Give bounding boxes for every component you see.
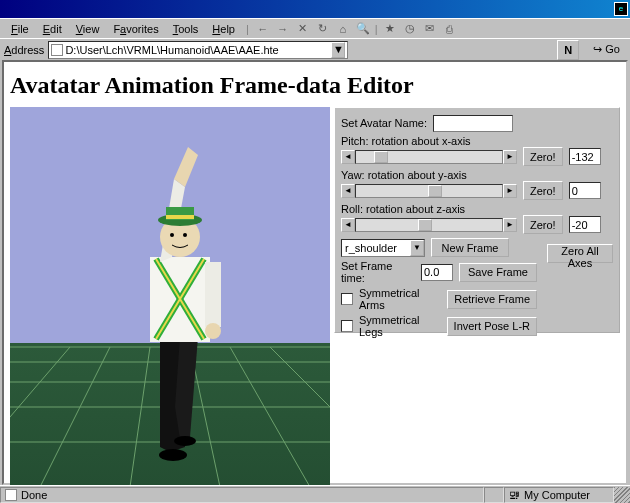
roll-zero-button[interactable]: Zero! xyxy=(523,215,563,234)
yaw-inc[interactable]: ► xyxy=(503,184,517,198)
roll-dec[interactable]: ◄ xyxy=(341,218,355,232)
pitch-zero-button[interactable]: Zero! xyxy=(523,147,563,166)
roll-inc[interactable]: ► xyxy=(503,218,517,232)
nav-mail-button[interactable]: ✉ xyxy=(420,20,440,38)
status-zone: 🖳 My Computer xyxy=(504,487,614,503)
joint-selected-value: r_shoulder xyxy=(342,242,410,254)
new-frame-button[interactable]: New Frame xyxy=(431,238,509,257)
invert-pose-button[interactable]: Invert Pose L-R xyxy=(447,317,537,336)
svg-line-7 xyxy=(40,347,110,487)
nav-favorites-button[interactable]: ★ xyxy=(380,20,400,38)
nav-home-button[interactable]: ⌂ xyxy=(333,20,353,38)
resize-grip[interactable] xyxy=(614,487,630,503)
roll-value-input[interactable] xyxy=(569,216,601,233)
yaw-dec[interactable]: ◄ xyxy=(341,184,355,198)
nav-stop-button[interactable]: ✕ xyxy=(293,20,313,38)
yaw-value-input[interactable] xyxy=(569,182,601,199)
roll-label: Roll: rotation about z-axis xyxy=(341,203,613,215)
svg-point-26 xyxy=(170,233,174,237)
svg-line-10 xyxy=(230,347,310,487)
nav-search-button[interactable]: 🔍 xyxy=(353,20,373,38)
sym-arms-label: Symmetrical Arms xyxy=(359,287,441,311)
nav-back-button[interactable]: ← xyxy=(253,20,273,38)
pitch-label: Pitch: rotation about x-axis xyxy=(341,135,613,147)
svg-point-15 xyxy=(174,436,196,446)
svg-point-27 xyxy=(183,233,187,237)
nav-refresh-button[interactable]: ↻ xyxy=(313,20,333,38)
svg-rect-30 xyxy=(166,215,194,219)
address-input[interactable] xyxy=(65,43,331,57)
menu-view[interactable]: View xyxy=(69,21,107,37)
menu-bar: File Edit View Favorites Tools Help | ← … xyxy=(0,18,630,38)
yaw-zero-button[interactable]: Zero! xyxy=(523,181,563,200)
yaw-label: Yaw: rotation about y-axis xyxy=(341,169,613,181)
computer-icon: 🖳 xyxy=(509,489,520,501)
avatar-name-input[interactable] xyxy=(433,115,513,132)
go-button[interactable]: ↪ Go xyxy=(587,41,626,58)
page-icon xyxy=(5,489,17,501)
svg-line-6 xyxy=(10,347,70,487)
status-bar: Done 🖳 My Computer xyxy=(0,485,630,503)
address-bar: Address ▼ N ↪ Go xyxy=(0,38,630,60)
menu-edit[interactable]: Edit xyxy=(36,21,69,37)
nav-history-button[interactable]: ◷ xyxy=(400,20,420,38)
svg-rect-21 xyxy=(205,262,221,327)
joint-select[interactable]: r_shoulder ▼ xyxy=(341,239,425,257)
svg-point-22 xyxy=(205,323,221,339)
joint-dropdown-arrow[interactable]: ▼ xyxy=(410,240,424,256)
address-dropdown[interactable]: ▼ xyxy=(331,42,345,58)
svg-line-8 xyxy=(130,347,150,487)
page-content: Avatatar Animation Frame-data Editor xyxy=(2,60,628,485)
frame-time-input[interactable] xyxy=(421,264,453,281)
norton-button[interactable]: N xyxy=(557,40,579,60)
menu-favorites[interactable]: Favorites xyxy=(106,21,165,37)
address-label: Address xyxy=(4,44,44,56)
avatar-name-label: Set Avatar Name: xyxy=(341,117,427,129)
window-titlebar: e xyxy=(0,0,630,18)
controls-panel: Set Avatar Name: Pitch: rotation about x… xyxy=(334,107,620,333)
pitch-slider[interactable]: ◄ ► xyxy=(341,150,517,164)
roll-slider[interactable]: ◄ ► xyxy=(341,218,517,232)
frame-time-label: Set Frame time: xyxy=(341,260,415,284)
address-input-wrap[interactable]: ▼ xyxy=(48,41,348,59)
yaw-slider[interactable]: ◄ ► xyxy=(341,184,517,198)
sym-arms-checkbox[interactable] xyxy=(341,293,353,305)
pitch-inc[interactable]: ► xyxy=(503,150,517,164)
svg-line-11 xyxy=(270,347,330,487)
page-icon xyxy=(51,44,63,56)
retrieve-frame-button[interactable]: Retrieve Frame xyxy=(447,290,537,309)
pitch-dec[interactable]: ◄ xyxy=(341,150,355,164)
save-frame-button[interactable]: Save Frame xyxy=(459,263,537,282)
svg-point-14 xyxy=(159,449,187,461)
avatar-3d-viewport[interactable] xyxy=(10,107,330,487)
zero-all-axes-button[interactable]: Zero All Axes xyxy=(547,244,613,263)
ie-logo-icon: e xyxy=(614,2,628,16)
status-empty1 xyxy=(484,487,504,503)
page-title: Avatatar Animation Frame-data Editor xyxy=(10,72,620,99)
menu-help[interactable]: Help xyxy=(205,21,242,37)
sym-legs-label: Symmetrical Legs xyxy=(359,314,441,338)
menu-tools[interactable]: Tools xyxy=(166,21,206,37)
pitch-value-input[interactable] xyxy=(569,148,601,165)
nav-print-button[interactable]: ⎙ xyxy=(440,20,460,38)
menu-file[interactable]: File xyxy=(4,21,36,37)
nav-fwd-button[interactable]: → xyxy=(273,20,293,38)
status-done: Done xyxy=(0,487,484,503)
sym-legs-checkbox[interactable] xyxy=(341,320,353,332)
svg-marker-24 xyxy=(174,147,198,187)
